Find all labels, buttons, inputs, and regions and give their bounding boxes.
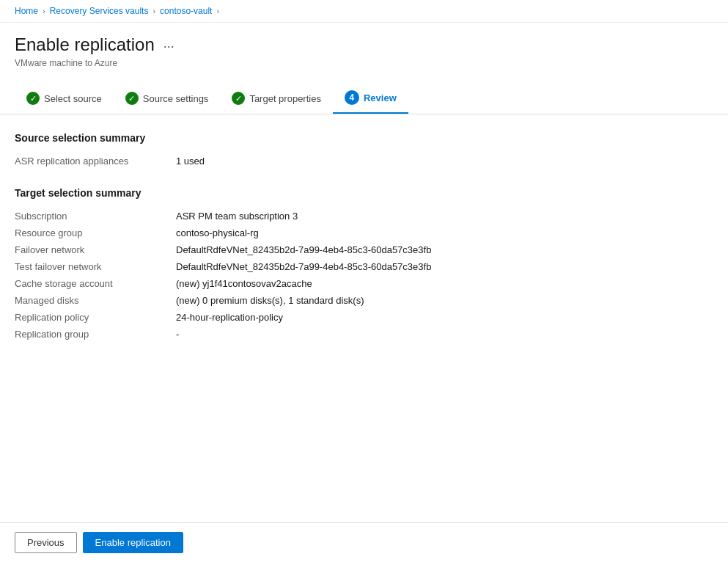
source-summary-table: ASR replication appliances 1 used [15, 153, 713, 169]
breadcrumb-sep-3: › [216, 7, 219, 15]
page-header: Enable replication ··· VMware machine to… [0, 23, 728, 68]
row-value: contoso-physical-rg [176, 225, 713, 241]
table-row: Managed disks (new) 0 premium disks(s), … [15, 292, 713, 309]
step-label-select-source: Select source [44, 93, 102, 104]
content-area: Source selection summary ASR replication… [0, 114, 728, 378]
target-summary-title: Target selection summary [15, 187, 713, 199]
step-check-icon: ✓ [26, 92, 40, 105]
row-label: Subscription [15, 208, 176, 225]
row-label: ASR replication appliances [15, 153, 176, 169]
steps-bar: ✓ Select source ✓ Source settings ✓ Targ… [0, 83, 728, 114]
row-label: Resource group [15, 225, 176, 241]
row-value: - [176, 326, 713, 343]
step-select-source[interactable]: ✓ Select source [15, 84, 114, 112]
table-row: Replication group - [15, 326, 713, 343]
step-check-icon-2: ✓ [125, 92, 139, 105]
row-label: Test failover network [15, 258, 176, 275]
step-target-properties[interactable]: ✓ Target properties [220, 84, 333, 112]
row-value: ASR PM team subscription 3 [176, 208, 713, 225]
row-label: Replication group [15, 326, 176, 343]
breadcrumb: Home › Recovery Services vaults › contos… [0, 0, 728, 23]
table-row: Failover network DefaultRdfeVNet_82435b2… [15, 241, 713, 258]
breadcrumb-vault[interactable]: contoso-vault [160, 6, 212, 16]
row-label: Cache storage account [15, 275, 176, 292]
table-row: Test failover network DefaultRdfeVNet_82… [15, 258, 713, 275]
target-summary-section: Target selection summary Subscription AS… [15, 187, 713, 343]
page-subtitle: VMware machine to Azure [15, 58, 713, 68]
step-label-target-properties: Target properties [249, 93, 321, 104]
step-label-source-settings: Source settings [143, 93, 209, 104]
row-value: (new) 0 premium disks(s), 1 standard dis… [176, 292, 713, 309]
step-source-settings[interactable]: ✓ Source settings [114, 84, 221, 112]
row-value: DefaultRdfeVNet_82435b2d-7a99-4eb4-85c3-… [176, 241, 713, 258]
step-check-icon-3: ✓ [232, 92, 245, 105]
target-summary-table: Subscription ASR PM team subscription 3 … [15, 208, 713, 343]
row-value: 1 used [176, 153, 713, 169]
page-title: Enable replication [15, 34, 155, 55]
breadcrumb-sep-2: › [152, 7, 155, 15]
row-value: DefaultRdfeVNet_82435b2d-7a99-4eb4-85c3-… [176, 258, 713, 275]
step-label-review: Review [364, 92, 397, 103]
step-num-4: 4 [345, 90, 359, 105]
table-row: ASR replication appliances 1 used [15, 153, 713, 169]
source-summary-section: Source selection summary ASR replication… [15, 132, 713, 169]
more-options-icon[interactable]: ··· [163, 39, 174, 54]
table-row: Replication policy 24-hour-replication-p… [15, 309, 713, 326]
breadcrumb-sep-1: › [43, 7, 45, 15]
table-row: Cache storage account (new) yj1f41contos… [15, 275, 713, 292]
table-row: Resource group contoso-physical-rg [15, 225, 713, 241]
table-row: Subscription ASR PM team subscription 3 [15, 208, 713, 225]
source-summary-title: Source selection summary [15, 132, 713, 144]
row-value: (new) yj1f41contosovav2acache [176, 275, 713, 292]
breadcrumb-vaults[interactable]: Recovery Services vaults [50, 6, 149, 16]
breadcrumb-home[interactable]: Home [15, 6, 38, 16]
row-value: 24-hour-replication-policy [176, 309, 713, 326]
row-label: Failover network [15, 241, 176, 258]
step-review[interactable]: 4 Review [333, 83, 408, 114]
row-label: Replication policy [15, 309, 176, 326]
row-label: Managed disks [15, 292, 176, 309]
